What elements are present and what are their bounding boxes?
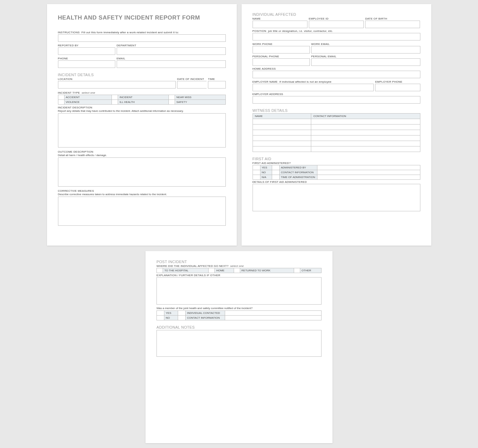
workemail-label: WORK EMAIL [311,43,420,46]
fa-na-label: N/A [260,175,272,180]
corrective-label: CORRECTIVE MEASURES [58,189,226,192]
homeaddr-label: HOME ADDRESS [253,67,420,70]
location-input[interactable] [58,81,176,89]
jc-info-label: CONTACT INFORMATION [186,316,225,320]
email-input[interactable] [117,60,226,68]
safety-check[interactable] [168,100,175,105]
pphone-label: PERSONAL PHONE [253,55,310,58]
witness-contact-input[interactable] [311,130,420,135]
witness-contact-input[interactable] [311,135,420,141]
notes-head: ADDITIONAL NOTES [156,325,322,329]
workemail-input[interactable] [311,46,420,54]
empname-input[interactable] [253,84,374,91]
witness-name-input[interactable] [253,125,311,130]
hospital-label: TO THE HOSPITAL [163,268,209,273]
witness-contact-input[interactable] [311,125,420,130]
committee-question: Was a member of the joint health and saf… [156,307,322,310]
witness-name-input[interactable] [253,141,311,146]
hospital-check[interactable] [157,268,163,273]
post-head: POST INCIDENT [156,260,322,264]
department-label: DEPARTMENT [117,44,226,47]
firstaid-table: YES ADMINISTERED BY NO CONTACT INFORMATI… [253,165,420,180]
name-input[interactable] [253,21,307,28]
incident-check[interactable] [112,95,118,100]
position-input[interactable] [253,33,420,40]
fa-contact-input[interactable] [317,170,420,175]
reported-by-label: REPORTED BY [58,44,115,47]
workphone-input[interactable] [253,46,310,54]
fa-contact-label: CONTACT INFORMATION [279,170,317,175]
witness-contact-input[interactable] [311,119,420,125]
individual-head: INDIVIDUAL AFFECTED [253,12,420,16]
returned-check[interactable] [234,268,240,273]
dob-input[interactable] [365,21,420,28]
witness-name-input[interactable] [253,119,311,125]
nearmiss-check[interactable] [168,95,175,100]
other-check[interactable] [294,268,300,273]
corrective-input[interactable] [58,197,226,226]
firstaid-head: FIRST AID [253,157,420,161]
where-hint: select one [230,264,244,268]
violence-check[interactable] [58,100,64,105]
fa-details-input[interactable] [253,184,420,211]
jc-no-check[interactable] [157,316,164,320]
incident-desc-input[interactable] [58,113,226,148]
witness-name-input[interactable] [253,135,311,141]
empphone-label: EMPLOYER PHONE [375,80,420,83]
home-check[interactable] [209,268,215,273]
witness-name-input[interactable] [253,130,311,135]
phone-input[interactable] [58,60,115,68]
empaddr-input[interactable] [253,96,420,104]
jc-info-input[interactable] [225,316,322,320]
witness-name-header: NAME [253,114,311,119]
pphone-input[interactable] [253,58,310,66]
incident-label: INCIDENT [118,95,169,100]
empid-input[interactable] [309,21,364,28]
homeaddr-input[interactable] [253,71,420,78]
returned-label: RETURNED TO WORK [240,268,294,273]
jc-no-label: NO [164,316,178,320]
empphone-input[interactable] [375,84,420,91]
email-label: EMAIL [117,57,226,60]
witness-contact-input[interactable] [311,146,420,152]
fa-na-check[interactable] [253,175,260,180]
other-label: OTHER [300,268,321,273]
time-label: TIME [208,78,226,81]
witness-contact-header: CONTACT INFORMATION [311,114,420,119]
fa-no-label: NO [260,170,272,175]
jc-yes-check[interactable] [157,311,164,316]
where-table: TO THE HOSPITAL HOME RETURNED TO WORK OT… [156,268,322,273]
reported-by-input[interactable] [58,47,115,55]
witness-name-input[interactable] [253,146,311,152]
explanation-input[interactable] [156,277,322,305]
fa-details-label: DETAILS OF FIRST AID ADMINISTERED [253,180,420,184]
fa-yes-check[interactable] [253,165,260,170]
instructions-input[interactable] [58,34,226,42]
pemail-label: PERSONAL EMAIL [311,55,420,58]
position-label: POSITION [253,30,267,33]
accident-check[interactable] [58,95,64,100]
date-label: DATE OF INCIDENT [177,78,207,81]
jc-contacted-input[interactable] [225,311,322,316]
jc-contacted-label: INDIVIDUAL CONTACTED [186,311,225,316]
incident-type-hint: select one [82,91,95,94]
incident-desc-label: INCIDENT DESCRIPTION [58,106,226,109]
fa-no-check[interactable] [253,170,260,175]
outcome-input[interactable] [58,157,226,187]
instructions-text: Fill out this form immediately after a w… [81,31,179,34]
illhealth-check[interactable] [112,100,118,105]
time-input[interactable] [208,81,226,89]
where-label: WHERE DID THE INDIVIDUAL AFFECTED GO NEX… [156,264,229,268]
outcome-label: OUTCOME DESCRIPTION [58,150,226,153]
fa-time-input[interactable] [317,175,420,180]
fa-adminby-input[interactable] [317,165,420,170]
date-input[interactable] [177,81,207,89]
incident-desc-sub: Report any details that may have contrib… [58,109,226,113]
witness-head: WITNESS DETAILS [253,108,420,113]
department-input[interactable] [117,47,226,55]
witness-contact-input[interactable] [311,141,420,146]
notes-input[interactable] [156,330,322,357]
pemail-input[interactable] [311,58,420,66]
safety-label: SAFETY [175,100,225,105]
accident-label: ACCIDENT [64,95,112,100]
